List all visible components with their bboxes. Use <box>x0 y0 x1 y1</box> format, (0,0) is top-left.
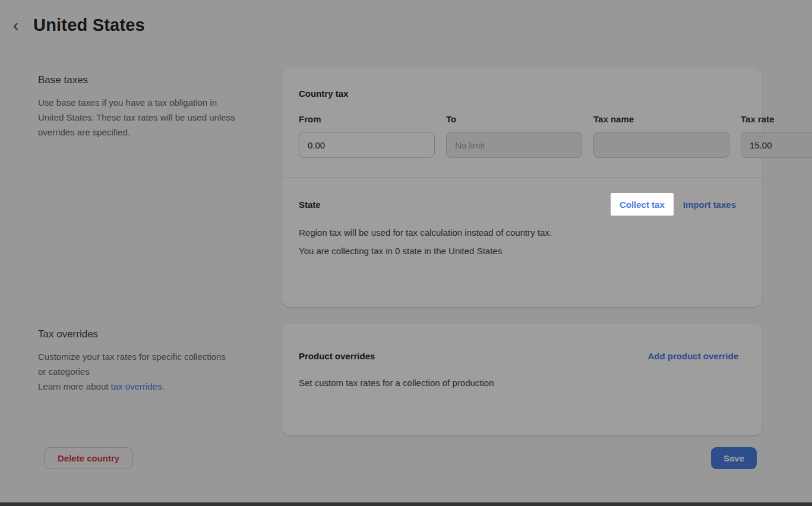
page-header: ‹ United States <box>0 0 812 37</box>
state-heading: State <box>299 200 321 210</box>
base-taxes-aside: Base taxes Use base taxes if you have a … <box>38 68 282 307</box>
tax-overrides-desc-line2: or categories <box>38 364 255 379</box>
base-taxes-desc-line1: Use base taxes if you have a tax obligat… <box>38 95 255 110</box>
page-title: United States <box>33 15 145 35</box>
country-tax-heading: Country tax <box>299 88 745 99</box>
state-section: State Collect tax Import taxes Region ta… <box>282 178 762 256</box>
country-tax-section: Country tax From To <box>282 68 762 177</box>
bottom-edge-bar <box>0 502 812 506</box>
tax-overrides-aside: Tax overrides Customize your tax rates f… <box>38 324 282 435</box>
field-from: From <box>299 114 435 158</box>
content-area: Base taxes Use base taxes if you have a … <box>0 68 812 469</box>
tax-overrides-heading: Tax overrides <box>38 328 255 340</box>
country-tax-fields: From To Tax name <box>299 114 743 158</box>
product-overrides-heading: Product overrides <box>299 351 375 361</box>
tax-name-input-box <box>593 132 729 158</box>
delete-country-button[interactable]: Delete country <box>44 447 133 469</box>
country-tax-card: Country tax From To <box>282 68 762 307</box>
footer-actions: Delete country Save <box>38 447 762 469</box>
save-button[interactable]: Save <box>711 447 757 469</box>
field-tax-rate: Tax rate % <box>741 114 812 158</box>
to-label: To <box>446 114 582 124</box>
to-input[interactable] <box>455 140 573 150</box>
back-icon[interactable]: ‹ <box>13 18 26 34</box>
learn-more-prefix: Learn more about <box>38 381 111 391</box>
tax-rate-input[interactable] <box>750 140 812 150</box>
add-product-override-button[interactable]: Add product override <box>640 351 745 361</box>
product-overrides-card: Product overrides Add product override S… <box>282 324 762 435</box>
base-taxes-description: Use base taxes if you have a tax obligat… <box>38 95 255 140</box>
to-input-box <box>446 132 582 158</box>
tax-overrides-learn-more: Learn more about tax overrides. <box>38 379 255 394</box>
base-taxes-heading: Base taxes <box>38 74 255 86</box>
from-input-box <box>299 132 435 158</box>
import-taxes-button[interactable]: Import taxes <box>676 193 743 216</box>
state-collecting-status: You are collecting tax in 0 state in the… <box>299 246 745 256</box>
tax-rate-input-box: % <box>741 132 812 158</box>
tax-name-input[interactable] <box>602 140 721 150</box>
field-tax-name: Tax name <box>593 114 729 158</box>
base-taxes-desc-line2: United States. These tax rates will be u… <box>38 110 255 125</box>
base-taxes-desc-line3: overrides are specified. <box>38 125 255 140</box>
tax-overrides-desc-line1: Customize your tax rates for specific co… <box>38 349 255 364</box>
from-label: From <box>299 114 435 124</box>
tax-overrides-link[interactable]: tax overrides <box>111 381 162 391</box>
product-overrides-description: Set custom tax rates for a collection of… <box>299 378 745 388</box>
field-to: To <box>446 114 582 158</box>
collect-tax-button[interactable]: Collect tax <box>611 193 674 216</box>
from-input[interactable] <box>308 140 426 150</box>
tax-name-label: Tax name <box>593 114 729 124</box>
state-description: Region tax will be used for tax calculat… <box>299 227 745 238</box>
state-actions: Collect tax Import taxes <box>611 193 743 216</box>
learn-more-suffix: . <box>162 381 164 391</box>
tax-overrides-description: Customize your tax rates for specific co… <box>38 349 255 394</box>
tax-rate-label: Tax rate <box>741 114 812 124</box>
